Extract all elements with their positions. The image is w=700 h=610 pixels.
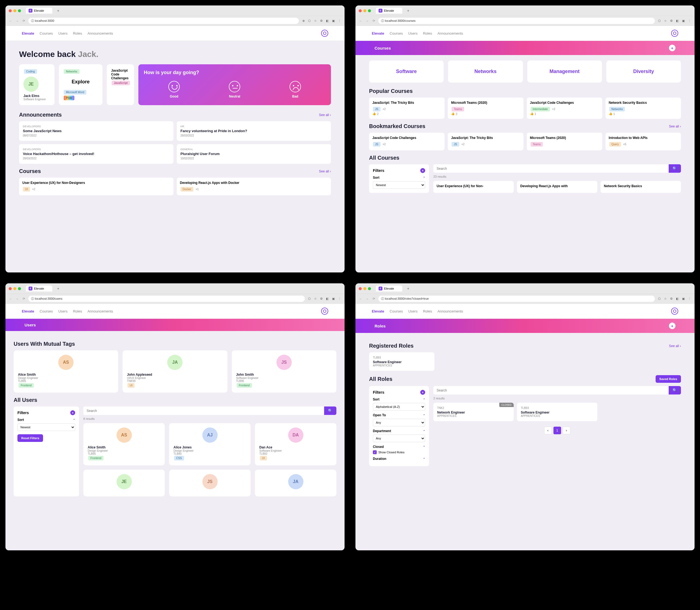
chevron-up-icon[interactable]: ⌃ — [423, 458, 425, 461]
nav-elevate[interactable]: Elevate — [22, 309, 34, 313]
search-input[interactable] — [83, 406, 324, 415]
sort-select[interactable]: Newest — [17, 423, 75, 431]
nav-elevate[interactable]: Elevate — [372, 309, 384, 313]
category-card[interactable]: Software — [369, 61, 444, 83]
reload-button[interactable]: ⟳ — [372, 19, 376, 22]
announcement-card[interactable]: HRFancy volunteering at Pride in London?… — [177, 121, 331, 141]
announcement-card[interactable]: DEVELOPERSVoice Hackathon/Hothouse – get… — [19, 144, 174, 164]
course-card[interactable]: JavaScript Code ChallengesJS+2 — [369, 133, 444, 150]
close-filters-button[interactable]: × — [420, 390, 425, 395]
js-challenge-card[interactable]: JavaScript Code Challenges JavaScript — [107, 64, 134, 105]
course-card[interactable]: User Experience (UX) for Non- — [433, 181, 514, 193]
forward-button[interactable]: → — [365, 297, 369, 301]
chevron-up-icon[interactable]: ⌃ — [423, 176, 425, 179]
category-card[interactable]: Networks — [448, 61, 523, 83]
nav-roles[interactable]: Roles — [73, 31, 82, 35]
new-tab-button[interactable]: + — [406, 286, 410, 291]
nav-elevate[interactable]: Elevate — [22, 31, 34, 35]
new-tab-button[interactable]: + — [406, 9, 410, 13]
nav-courses[interactable]: Courses — [390, 309, 403, 313]
nav-users[interactable]: Users — [58, 31, 67, 35]
see-all-link[interactable]: See all › — [319, 170, 331, 173]
course-card[interactable]: User Experience (UX) for Non-DesignersUI… — [19, 178, 174, 195]
user-card[interactable]: JA — [255, 470, 336, 496]
role-card[interactable]: CLOSEDTNK2Network EngineerAPPRENTICES — [433, 403, 514, 421]
back-button[interactable]: ← — [9, 297, 13, 301]
saved-roles-button[interactable]: Saved Roles — [656, 375, 681, 383]
new-tab-button[interactable]: + — [56, 286, 61, 291]
announcement-card[interactable]: DEVELOPERSSome JavaScript News08/07/2022 — [19, 121, 174, 141]
course-card[interactable]: JavaScript: The Tricky BitsJS+2 — [448, 133, 523, 150]
chevron-up-icon[interactable]: ⌃ — [423, 414, 425, 417]
chevron-up-icon[interactable]: ⌃ — [423, 398, 425, 401]
mood-neutral[interactable]: Neutral — [229, 81, 240, 98]
explore-card[interactable]: Networks Explore Microsoft Word Pride — [59, 64, 102, 105]
profile-icon[interactable] — [671, 30, 678, 37]
user-card[interactable]: JSJohn SmithSoftware EngineerTLB95Fronte… — [232, 350, 336, 392]
reload-button[interactable]: ⟳ — [22, 297, 26, 301]
show-closed-checkbox[interactable]: ✓Show Closed Roles — [373, 450, 425, 454]
profile-icon[interactable] — [321, 308, 328, 315]
add-button[interactable]: + — [669, 45, 675, 51]
nav-users[interactable]: Users — [408, 309, 418, 313]
course-card[interactable]: Microsoft Teams (2020)Teams2 — [448, 98, 523, 119]
browser-tab[interactable]: EElevate — [26, 286, 52, 291]
forward-button[interactable]: → — [365, 19, 369, 22]
nav-users[interactable]: Users — [58, 309, 67, 313]
nav-announcements[interactable]: Announcements — [437, 309, 463, 313]
course-card[interactable]: Network Security Basics — [601, 181, 681, 193]
role-card[interactable]: TLB93Software EngineerAPPRENTICES — [517, 403, 597, 421]
see-all-link[interactable]: See all › — [319, 113, 331, 117]
course-card[interactable]: Network Security BasicsNetworks1 — [605, 98, 681, 119]
category-card[interactable]: Management — [527, 61, 602, 83]
search-button[interactable]: 🔍 — [669, 386, 681, 395]
forward-button[interactable]: → — [15, 19, 19, 22]
see-all-link[interactable]: See all › — [669, 125, 681, 128]
nav-courses[interactable]: Courses — [390, 31, 403, 35]
url-field[interactable]: ⓘ localhost:3000/roles?closed=true — [378, 295, 655, 302]
search-button[interactable]: 🔍 — [324, 406, 336, 415]
nav-roles[interactable]: Roles — [423, 309, 432, 313]
browser-tab[interactable]: EElevate — [376, 7, 402, 14]
chevron-up-icon[interactable]: ⌃ — [423, 430, 425, 433]
close-filters-button[interactable]: × — [70, 410, 75, 415]
traffic-lights[interactable] — [359, 9, 371, 12]
back-button[interactable]: ← — [359, 297, 362, 301]
extension-icons[interactable]: ⬡☆⚙◧▣⋮ — [308, 297, 341, 301]
traffic-lights[interactable] — [359, 287, 371, 290]
forward-button[interactable]: → — [15, 297, 19, 301]
user-card[interactable]: JS — [169, 470, 250, 496]
nav-courses[interactable]: Courses — [40, 31, 53, 35]
department-select[interactable]: Any — [373, 435, 425, 442]
nav-roles[interactable]: Roles — [423, 31, 432, 35]
sort-select[interactable]: Alphabetical (A-Z) — [373, 403, 425, 411]
course-card[interactable]: Introduction to Web APIsQuery+5 — [605, 133, 681, 150]
prev-page-button[interactable]: ‹ — [544, 427, 552, 434]
back-button[interactable]: ← — [359, 19, 362, 22]
open-to-select[interactable]: Any — [373, 419, 425, 427]
course-card[interactable]: JavaScript Code ChallengesIntermediate+2… — [527, 98, 602, 119]
search-button[interactable]: 🔍 — [669, 164, 681, 173]
course-card[interactable]: Developing React.js Apps with — [517, 181, 597, 193]
reset-filters-button[interactable]: Reset Filters — [17, 434, 43, 442]
user-card[interactable]: ASAlice SmithDesign EngineerTLB95Fronten… — [83, 423, 165, 465]
course-card[interactable]: Developing React.js Apps with DockerDock… — [177, 178, 331, 195]
mood-good[interactable]: Good — [168, 81, 180, 98]
add-button[interactable]: + — [669, 323, 675, 329]
user-card[interactable]: AJAlice JonesDesign EngineerTLB90CSS — [169, 423, 250, 465]
user-card[interactable]: DADan AceSoftware EngineerTLB92UI — [255, 423, 336, 465]
user-card[interactable]: JE — [83, 470, 165, 496]
profile-card[interactable]: Coding JE Jack Elms Software Engineer — [19, 64, 54, 105]
browser-tab[interactable]: EElevate — [26, 7, 52, 14]
reload-button[interactable]: ⟳ — [22, 19, 26, 22]
user-card[interactable]: ASAlice SmithDesign EngineerTLB95Fronten… — [14, 350, 118, 392]
nav-announcements[interactable]: Announcements — [437, 31, 463, 35]
nav-courses[interactable]: Courses — [40, 309, 53, 313]
url-field[interactable]: ⓘ localhost:3000 — [28, 18, 299, 24]
page-1-button[interactable]: 1 — [553, 427, 561, 434]
mood-bad[interactable]: Bad — [290, 81, 301, 98]
profile-icon[interactable] — [671, 308, 678, 315]
next-page-button[interactable]: › — [563, 427, 570, 434]
search-input[interactable] — [433, 386, 669, 395]
new-tab-button[interactable]: + — [56, 9, 61, 13]
